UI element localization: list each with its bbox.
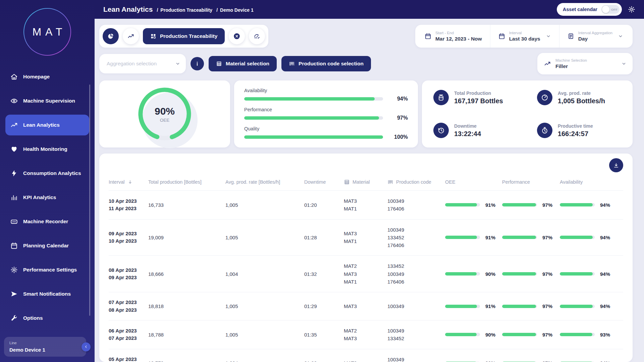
bar-value: 94% bbox=[389, 96, 408, 102]
column-header-interval[interactable]: Interval bbox=[109, 179, 148, 185]
calendar-icon bbox=[425, 33, 431, 40]
cell-total-production: 18,666 bbox=[148, 271, 225, 277]
sidebar-item-consumption-analytics[interactable]: Consumption Analytics bbox=[5, 163, 89, 184]
chevron-down-icon bbox=[175, 61, 180, 66]
stat-value: 166:24:57 bbox=[558, 130, 593, 138]
sidebar: MAT HomepageMachine SupervisionLean Anal… bbox=[0, 0, 95, 362]
line-chart-icon bbox=[544, 60, 551, 67]
kpi-bar-availability: Availability94% bbox=[244, 88, 408, 102]
stat-label: Productive time bbox=[558, 123, 593, 129]
stat-label: Avg. prod. rate bbox=[558, 90, 605, 96]
sidebar-item-kpi-analytics[interactable]: KPI Analytics bbox=[5, 187, 89, 208]
sidebar-item-machine-supervision[interactable]: Machine Supervision bbox=[5, 90, 89, 111]
info-button[interactable] bbox=[191, 57, 204, 70]
download-button[interactable] bbox=[609, 158, 623, 172]
table-row[interactable]: 10 Apr 202311 Apr 202316,7331,00501:20MA… bbox=[109, 191, 623, 220]
stat-value: 167,197 Bottles bbox=[454, 97, 503, 105]
table-row[interactable]: 08 Apr 202309 Apr 202318,6661,00401:32MA… bbox=[109, 256, 623, 292]
device-card[interactable]: Line Demo Device 1 bbox=[4, 337, 86, 357]
material-selection-button[interactable]: Material selection bbox=[209, 56, 277, 71]
recorder-icon bbox=[10, 218, 18, 225]
kpi-icon bbox=[10, 194, 18, 201]
column-header-downtime: Downtime bbox=[304, 179, 344, 185]
settings-gear-icon[interactable] bbox=[628, 6, 635, 13]
table-row[interactable]: 09 Apr 202310 Apr 202319,0091,00501:28MA… bbox=[109, 220, 623, 256]
line-chart-icon bbox=[127, 33, 134, 40]
cell-material: MAT2MAT3 bbox=[344, 327, 387, 343]
sidebar-item-options[interactable]: Options bbox=[5, 308, 89, 328]
kpi-stats-card: Total Production167,197 BottlesAvg. prod… bbox=[422, 80, 633, 147]
sidebar-scrollbar[interactable] bbox=[89, 84, 90, 316]
cell-availability: 94% bbox=[560, 303, 623, 309]
sidebar-item-label: Machine Supervision bbox=[23, 98, 75, 104]
cell-downtime: 01:32 bbox=[304, 271, 344, 277]
stat-icon-circle bbox=[537, 123, 552, 138]
speedometer-icon bbox=[541, 94, 548, 101]
view-strip: Production Traceability bbox=[99, 25, 268, 48]
chevron-down-icon bbox=[621, 61, 627, 66]
stat-label: Downtime bbox=[454, 123, 481, 129]
sidebar-item-planning-calendar[interactable]: Planning Calendar bbox=[5, 235, 89, 256]
cell-interval: 09 Apr 202310 Apr 2023 bbox=[109, 230, 148, 245]
production-code-selection-button[interactable]: Production code selection bbox=[281, 56, 371, 71]
cell-avg-prod-rate: 1,005 bbox=[225, 235, 304, 240]
pie-chart-icon bbox=[107, 33, 114, 40]
toggle-off[interactable]: OFF bbox=[601, 5, 620, 14]
app-root: MAT HomepageMachine SupervisionLean Anal… bbox=[0, 0, 644, 362]
table-row[interactable]: 05 Apr 202306 Apr 202318,7791,00401:30MA… bbox=[109, 349, 623, 362]
cell-production-code: 100349176406 bbox=[387, 356, 445, 362]
info-icon bbox=[194, 61, 200, 67]
table-row[interactable]: 06 Apr 202307 Apr 202318,7881,00501:35MA… bbox=[109, 320, 623, 349]
device-card-value: Demo Device 1 bbox=[9, 347, 81, 353]
sidebar-item-homepage[interactable]: Homepage bbox=[5, 66, 89, 87]
cell-avg-prod-rate: 1,004 bbox=[225, 360, 304, 362]
asset-calendar-label: Asset calendar bbox=[563, 7, 597, 12]
kpi-bars-card: Availability94%Performance97%Quality100% bbox=[234, 80, 418, 147]
cell-avg-prod-rate: 1,005 bbox=[225, 202, 304, 208]
cell-performance: 97% bbox=[502, 235, 560, 240]
machine-selection-select[interactable]: Machine Selection Filler bbox=[537, 53, 633, 74]
stat-avg-prod-rate: Avg. prod. rate1,005 Bottles/h bbox=[537, 90, 621, 105]
trend-view-button[interactable] bbox=[123, 28, 139, 44]
pie-view-button[interactable] bbox=[103, 28, 119, 44]
cell-material: MAT2MAT3MAT1 bbox=[344, 262, 387, 286]
table-header: IntervalTotal production [Bottles]Avg. p… bbox=[109, 179, 623, 191]
clear-view-button[interactable] bbox=[229, 28, 245, 44]
bar-track bbox=[244, 135, 383, 139]
cell-oee: 90% bbox=[445, 332, 502, 338]
sidebar-item-machine-recorder[interactable]: Machine Recorder bbox=[5, 211, 89, 232]
cell-downtime: 01:29 bbox=[304, 303, 344, 309]
close-circle-icon bbox=[233, 33, 240, 40]
production-traceability-button[interactable]: Production Traceability bbox=[143, 28, 225, 44]
sidebar-item-health-monitoring[interactable]: Health Monitoring bbox=[5, 139, 89, 160]
aggregation-select[interactable]: Aggregation selection bbox=[99, 54, 186, 73]
gear-icon bbox=[10, 266, 18, 274]
stopwatch-icon bbox=[541, 127, 548, 134]
breadcrumb: Lean Analytics /Production Traceability … bbox=[103, 5, 254, 13]
sidebar-item-smart-notifications[interactable]: Smart Notifications bbox=[5, 284, 89, 304]
bar-label: Availability bbox=[244, 88, 408, 93]
interval-select[interactable]: Interval Last 30 days bbox=[490, 25, 559, 48]
sidebar-item-lean-analytics[interactable]: Lean Analytics bbox=[5, 115, 89, 135]
sidebar-collapse-button[interactable] bbox=[82, 342, 91, 351]
kpi-bar-quality: Quality100% bbox=[244, 126, 408, 140]
cell-availability: 94% bbox=[560, 360, 623, 362]
cell-interval: 07 Apr 202308 Apr 2023 bbox=[109, 299, 148, 314]
stat-value: 1,005 Bottles/h bbox=[558, 97, 605, 105]
cell-oee: 91% bbox=[445, 303, 502, 309]
sidebar-item-performance-settings[interactable]: Performance Settings bbox=[5, 259, 89, 280]
cell-total-production: 18,788 bbox=[148, 332, 225, 338]
toggle-state: OFF bbox=[611, 8, 618, 11]
stat-icon-circle bbox=[537, 90, 552, 105]
table-row[interactable]: 07 Apr 202308 Apr 202318,8181,00501:29MA… bbox=[109, 292, 623, 320]
interval-aggregation-select[interactable]: Interval Aggregation Day bbox=[559, 25, 631, 48]
asset-calendar-toggle[interactable]: Asset calendar OFF bbox=[557, 3, 622, 16]
date-range-picker[interactable]: Start - End Mar 12, 2023 - Now bbox=[417, 25, 490, 48]
cell-interval: 06 Apr 202307 Apr 2023 bbox=[109, 327, 148, 342]
chevron-left-icon bbox=[84, 345, 89, 349]
bar-value: 97% bbox=[389, 115, 408, 121]
oee-label: OEE bbox=[160, 118, 170, 123]
stat-value: 13:22:44 bbox=[454, 130, 481, 138]
cell-material: MAT3MAT1 bbox=[344, 230, 387, 245]
gauge-view-button[interactable] bbox=[249, 28, 265, 44]
